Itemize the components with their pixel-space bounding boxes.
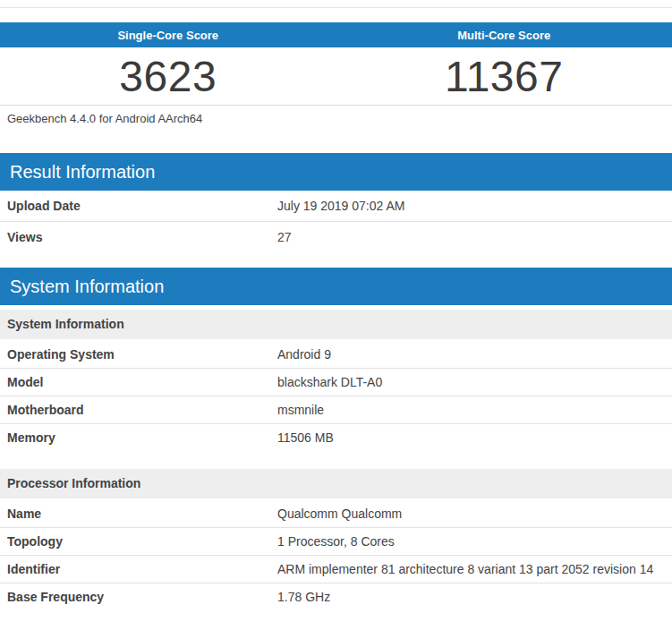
- table-row: Memory 11506 MB: [0, 423, 672, 451]
- table-row: Views 27: [0, 221, 672, 252]
- score-values-row: 3623 11367: [0, 47, 672, 105]
- row-value: July 19 2019 07:02 AM: [277, 198, 672, 214]
- table-row: Motherboard msmnile: [0, 396, 672, 423]
- row-value: blackshark DLT-A0: [277, 374, 672, 390]
- row-label: Base Frequency: [0, 590, 277, 605]
- row-value: 27: [277, 229, 672, 245]
- table-row: Identifier ARM implementer 81 architectu…: [0, 555, 672, 583]
- row-label: Motherboard: [0, 403, 277, 418]
- row-value: Android 9: [277, 346, 672, 362]
- row-value: Qualcomm Qualcomm: [277, 506, 672, 522]
- row-label: Identifier: [0, 562, 277, 577]
- geekbench-result-page: Single-Core Score Multi-Core Score 3623 …: [0, 7, 672, 610]
- multi-core-score-header: Multi-Core Score: [336, 22, 672, 47]
- system-information-table: Operating System Android 9 Model blacksh…: [0, 341, 672, 451]
- row-label: Memory: [0, 430, 277, 446]
- table-row: Operating System Android 9: [0, 341, 672, 368]
- row-label: Operating System: [0, 347, 277, 362]
- row-value: 1 Processor, 8 Cores: [277, 533, 672, 549]
- single-core-score-value: 3623: [0, 52, 336, 101]
- system-information-header: System Information: [0, 268, 672, 305]
- row-value: msmnile: [277, 402, 672, 418]
- row-value: 11506 MB: [277, 430, 672, 446]
- geekbench-version-caption: Geekbench 4.4.0 for Android AArch64: [0, 106, 672, 125]
- row-value: 1.78 GHz: [277, 589, 672, 605]
- score-header-bar: Single-Core Score Multi-Core Score: [0, 22, 672, 47]
- processor-information-table: Name Qualcomm Qualcomm Topology 1 Proces…: [0, 500, 672, 610]
- table-row: Model blackshark DLT-A0: [0, 368, 672, 396]
- result-information-header: Result Information: [0, 153, 672, 191]
- multi-core-score-value: 11367: [336, 52, 672, 101]
- row-label: Views: [0, 230, 277, 245]
- single-core-score-header: Single-Core Score: [0, 22, 336, 47]
- row-label: Upload Date: [0, 199, 277, 214]
- table-row: Topology 1 Processor, 8 Cores: [0, 527, 672, 555]
- table-row: Upload Date July 19 2019 07:02 AM: [0, 191, 672, 221]
- result-information-table: Upload Date July 19 2019 07:02 AM Views …: [0, 191, 672, 252]
- top-divider: [0, 7, 672, 8]
- table-row: Name Qualcomm Qualcomm: [0, 500, 672, 527]
- table-row: Base Frequency 1.78 GHz: [0, 583, 672, 610]
- processor-information-subheader: Processor Information: [0, 469, 672, 498]
- row-label: Model: [0, 375, 277, 390]
- system-information-subheader: System Information: [0, 310, 672, 339]
- row-value: ARM implementer 81 architecture 8 varian…: [277, 561, 672, 577]
- row-label: Name: [0, 507, 277, 522]
- row-label: Topology: [0, 534, 277, 549]
